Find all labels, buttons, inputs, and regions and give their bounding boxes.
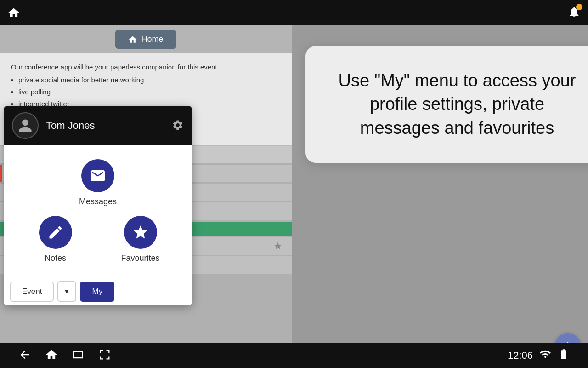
settings-button[interactable]: [172, 119, 184, 132]
screenshot-icon[interactable]: [98, 348, 111, 363]
notes-icon-circle: [39, 216, 72, 249]
messages-menu-item[interactable]: Messages: [13, 159, 183, 207]
tab-bar: Event ▾ My: [4, 277, 192, 305]
messages-label: Messages: [79, 197, 117, 207]
system-time: 12:06: [508, 350, 533, 362]
home-button-label: Home: [141, 34, 163, 44]
user-name: Tom Jones: [46, 120, 164, 132]
info-intro: Our conference app will be your paperles…: [11, 62, 281, 73]
bullet-1: private social media for better networki…: [18, 75, 281, 86]
right-panel: Use "My" menu to access your profile set…: [292, 25, 588, 368]
tooltip-bubble: Use "My" menu to access your profile set…: [305, 46, 588, 163]
menu-icons-grid: Messages Notes Favourites: [4, 145, 192, 277]
recents-icon[interactable]: [72, 348, 85, 363]
main-content: Home Our conference app will be your pap…: [0, 25, 588, 368]
star-icon: ★: [273, 240, 283, 252]
left-panel: Home Our conference app will be your pap…: [0, 25, 292, 368]
user-menu: Tom Jones Messages: [4, 106, 192, 305]
messages-icon-circle: [81, 159, 114, 192]
notification-badge: [576, 4, 582, 10]
user-header: Tom Jones: [4, 106, 192, 145]
tooltip-text: Use "My" menu to access your profile set…: [339, 71, 576, 138]
bell-icon: [568, 12, 581, 20]
wifi-icon: [539, 348, 551, 363]
event-tab[interactable]: Event: [10, 282, 54, 302]
home-sys-icon[interactable]: [45, 348, 58, 363]
back-icon[interactable]: [18, 348, 31, 363]
notes-label: Notes: [45, 253, 66, 263]
favourites-icon-circle: [124, 216, 157, 249]
favourites-label: Favourites: [121, 253, 159, 263]
avatar: [12, 112, 39, 139]
home-bar: Home: [0, 25, 292, 53]
top-bar: [0, 0, 588, 25]
system-bar: 12:06: [0, 343, 588, 368]
bullet-2: live polling: [18, 86, 281, 98]
sys-right: 12:06: [508, 348, 570, 363]
my-tab[interactable]: My: [80, 282, 114, 302]
home-button[interactable]: Home: [115, 30, 176, 49]
dropdown-button[interactable]: ▾: [57, 281, 76, 302]
battery-icon: [558, 348, 570, 363]
notes-menu-item[interactable]: Notes: [13, 216, 98, 263]
notification-icon-wrap[interactable]: [568, 6, 581, 20]
top-home-icon[interactable]: [7, 6, 20, 19]
favourites-menu-item[interactable]: Favourites: [98, 216, 183, 263]
